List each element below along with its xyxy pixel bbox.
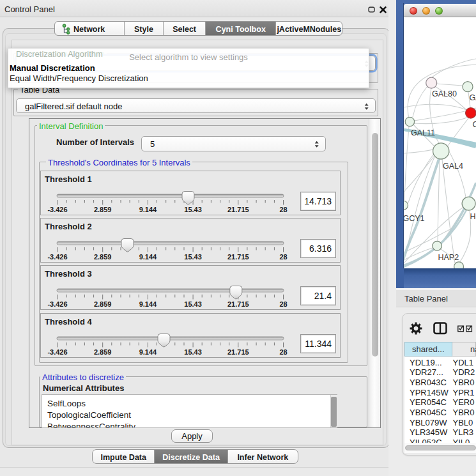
svg-text:GAL80: GAL80 xyxy=(432,89,457,98)
svg-text:GAL4: GAL4 xyxy=(443,162,463,171)
svg-text:2.859: 2.859 xyxy=(94,206,112,213)
svg-text:21.715: 21.715 xyxy=(227,253,249,261)
svg-text:-3.426: -3.426 xyxy=(47,253,67,261)
svg-text:GAL11: GAL11 xyxy=(411,128,435,137)
svg-text:9.144: 9.144 xyxy=(139,348,157,356)
svg-text:2.859: 2.859 xyxy=(94,348,112,356)
svg-text:21.715: 21.715 xyxy=(227,348,249,356)
svg-text:-3.426: -3.426 xyxy=(47,348,67,356)
svg-text:15.43: 15.43 xyxy=(184,300,202,308)
svg-text:C: C xyxy=(473,120,476,129)
svg-text:21.715: 21.715 xyxy=(227,206,249,213)
svg-text:15.43: 15.43 xyxy=(184,253,202,261)
svg-text:15.43: 15.43 xyxy=(184,206,202,213)
svg-text:28: 28 xyxy=(279,206,287,213)
svg-text:9.144: 9.144 xyxy=(139,206,157,213)
svg-text:21.715: 21.715 xyxy=(227,300,249,308)
svg-text:GCY1: GCY1 xyxy=(404,214,425,223)
svg-text:9.144: 9.144 xyxy=(139,300,157,308)
svg-text:GA: GA xyxy=(470,93,476,102)
svg-text:2.859: 2.859 xyxy=(94,300,112,308)
svg-text:15.43: 15.43 xyxy=(184,348,202,356)
svg-text:28: 28 xyxy=(279,348,287,356)
svg-text:-3.426: -3.426 xyxy=(47,206,67,213)
svg-text:2.859: 2.859 xyxy=(94,253,112,261)
svg-text:28: 28 xyxy=(279,253,287,261)
svg-text:H: H xyxy=(470,212,476,221)
svg-text:HAP2: HAP2 xyxy=(438,253,459,262)
svg-text:9.144: 9.144 xyxy=(139,253,157,261)
svg-text:-3.426: -3.426 xyxy=(47,300,67,308)
svg-text:28: 28 xyxy=(279,300,287,308)
